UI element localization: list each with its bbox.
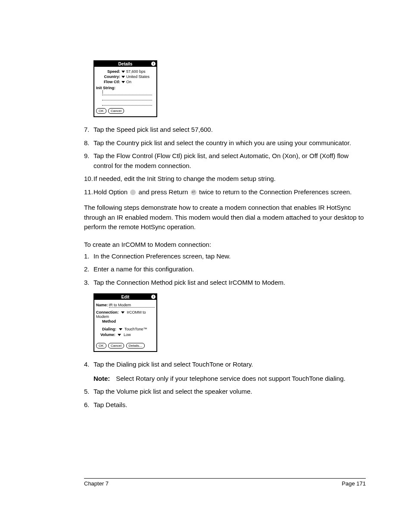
step-3: 3. Tap the Connection Method pick list a… [84,278,366,288]
dropdown-icon [121,76,125,78]
step-number: 7. [84,125,93,135]
step-text: In the Connection Preferences screen, ta… [93,252,366,261]
init-string-label: Init String: [96,86,155,90]
note-label: Note: [93,374,114,384]
volume-label: Volume: [100,333,115,337]
step-number: 10. [84,174,93,184]
step-text: Tap Details. [93,400,366,410]
step-number: 8. [84,138,93,148]
edit-dialog-screenshot: Edit i Name: IR to Modem Connection: IrC… [93,293,157,352]
step-number: 4. [84,360,93,383]
step-number: 11. [84,187,93,197]
step-text: Tap the Flow Control (Flow Ctl) pick lis… [93,151,366,171]
connection-row: Connection: IrCOMM to Modem [96,310,155,319]
details-button: Details... [126,343,145,348]
note-text: Select Rotary only if your telephone ser… [116,375,346,382]
step-text: Tap the Country pick list and select the… [93,138,366,148]
step-number: 6. [84,400,93,410]
cancel-button: Cancel [108,108,124,114]
page-number: Page 171 [342,480,366,487]
chapter-label: Chapter 7 [84,480,109,487]
page-footer: Chapter 7 Page 171 [84,478,366,487]
step-1: 1. In the Connection Preferences screen,… [84,252,366,261]
step-8: 8. Tap the Country pick list and select … [84,138,366,148]
step-10: 10. If needed, edit the Init String to c… [84,174,366,184]
ok-button: OK [96,108,106,114]
speed-label: Speed: [96,69,120,74]
step-number: 2. [84,264,93,274]
step-text: Tap the Speed pick list and select 57,60… [93,125,366,135]
connection-label: Connection: [96,310,119,314]
dropdown-icon [121,311,125,314]
dialing-value: TouchTone™ [125,327,147,331]
step-number: 1. [84,252,93,261]
option-key-icon [130,190,136,195]
dialing-label: Dialing: [102,327,116,331]
step-11: 11. Hold Option and press Return twice t… [84,187,366,197]
info-icon: i [151,62,156,66]
ok-button: OK [96,343,106,348]
return-key-icon [191,190,196,195]
dropdown-icon [121,71,125,73]
flowctl-label: Flow Ctl: [96,80,120,84]
step-text: Enter a name for this configuration. [93,264,366,274]
step-number: 5. [84,387,93,397]
info-icon: i [151,295,156,299]
step-number: 3. [84,278,93,288]
section-heading: To create an IrCOMM to Modem connection: [84,241,366,248]
step-4: 4. Tap the Dialing pick list and select … [84,360,366,383]
input-line [102,96,152,100]
cancel-button: Cancel [108,343,124,348]
speed-value: 57,600 bps [126,69,146,74]
details-dialog-screenshot: Details i Speed: 57,600 bps Country: Uni… [93,60,157,117]
name-value: IR to Modem [109,303,155,308]
paragraph: The following steps demonstrate how to c… [84,203,366,232]
dropdown-icon [121,81,125,83]
dialog-title: Details i [94,61,156,67]
input-line [102,90,152,95]
step-text: Tap the Dialing pick list and select Tou… [93,360,366,383]
method-label: Method [102,319,116,324]
dropdown-icon [118,334,121,336]
dialog-title: Edit i [94,294,156,300]
name-label: Name: [96,303,108,307]
step-5: 5. Tap the Volume pick list and select t… [84,387,366,397]
dropdown-icon [119,328,122,330]
step-7: 7. Tap the Speed pick list and select 57… [84,125,366,135]
volume-value: Low [124,333,131,337]
step-2: 2. Enter a name for this configuration. [84,264,366,274]
step-text: Tap the Volume pick list and select the … [93,387,366,397]
step-text: Hold Option and press Return twice to re… [93,187,366,197]
dialog-title-text: Details [118,62,133,66]
country-label: Country: [96,75,120,79]
input-line [102,101,152,106]
dialog-title-text: Edit [121,295,130,299]
step-9: 9. Tap the Flow Control (Flow Ctl) pick … [84,151,366,171]
step-number: 9. [84,151,93,171]
country-value: United States [126,75,149,79]
step-6: 6. Tap Details. [84,400,366,410]
flowctl-value: On [126,80,131,84]
step-text: Tap the Connection Method pick list and … [93,278,366,288]
step-text: If needed, edit the Init String to chang… [93,174,366,184]
